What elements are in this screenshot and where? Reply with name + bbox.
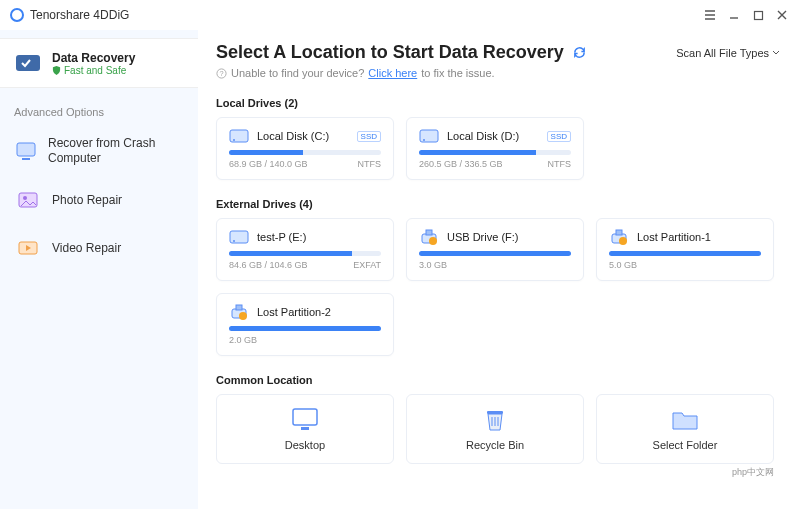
section-common-location: Common Location	[216, 374, 780, 386]
video-repair-icon	[14, 234, 42, 262]
title-bar: Tenorshare 4DDiG	[0, 0, 800, 30]
bin-icon	[479, 407, 511, 433]
sidebar: Data Recovery Fast and Safe Advanced Opt…	[0, 30, 198, 509]
photo-repair-icon	[14, 186, 42, 214]
drive-stats: 2.0 GB	[229, 335, 257, 345]
chevron-down-icon	[772, 49, 780, 57]
svg-text:?: ?	[219, 69, 223, 78]
usage-bar	[419, 150, 571, 155]
svg-point-12	[423, 139, 425, 141]
svg-rect-20	[236, 305, 242, 310]
drive-name: Lost Partition-2	[257, 306, 381, 318]
usage-bar	[229, 150, 381, 155]
app-title: Tenorshare 4DDiG	[30, 8, 129, 22]
sidebar-main-title: Data Recovery	[52, 51, 135, 65]
svg-rect-3	[22, 158, 30, 160]
sidebar-item-label: Photo Repair	[52, 193, 122, 207]
drive-filesystem: NTFS	[358, 159, 382, 169]
drive-name: test-P (E:)	[257, 231, 381, 243]
drive-stats: 3.0 GB	[419, 260, 447, 270]
sidebar-item-label: Recover from Crash Computer	[48, 136, 184, 166]
warning-icon	[239, 312, 247, 320]
svg-rect-2	[17, 143, 35, 156]
svg-rect-0	[754, 11, 762, 19]
footer-brand: php中文网	[216, 464, 780, 481]
drive-card-external-2[interactable]: Lost Partition-15.0 GB	[596, 218, 774, 281]
drive-filesystem: EXFAT	[353, 260, 381, 270]
drive-card-external-1[interactable]: USB Drive (F:)3.0 GB	[406, 218, 584, 281]
svg-rect-11	[420, 130, 438, 142]
sidebar-item-photo-repair[interactable]: Photo Repair	[0, 176, 198, 224]
svg-rect-22	[301, 427, 309, 430]
drive-stats: 5.0 GB	[609, 260, 637, 270]
sidebar-main-subtitle: Fast and Safe	[52, 65, 135, 76]
close-button[interactable]	[774, 7, 790, 23]
drive-name: Local Disk (C:)	[257, 130, 349, 142]
usage-bar	[609, 251, 761, 256]
page-title: Select A Location to Start Data Recovery	[216, 42, 564, 63]
app-logo-icon	[10, 8, 24, 22]
svg-rect-21	[293, 409, 317, 425]
svg-rect-13	[230, 231, 248, 243]
warning-icon	[429, 237, 437, 245]
hard-drive-icon	[419, 128, 439, 144]
hard-drive-icon	[229, 128, 249, 144]
drive-card-external-3[interactable]: Lost Partition-22.0 GB	[216, 293, 394, 356]
drive-stats: 84.6 GB / 104.6 GB	[229, 260, 308, 270]
location-card-desktop[interactable]: Desktop	[216, 394, 394, 464]
desktop-icon	[289, 407, 321, 433]
svg-point-10	[233, 139, 235, 141]
location-label: Recycle Bin	[466, 439, 524, 451]
location-card-folder[interactable]: Select Folder	[596, 394, 774, 464]
info-icon: ?	[216, 68, 227, 79]
drive-badge: SSD	[357, 131, 381, 142]
main-content: Select A Location to Start Data Recovery…	[198, 30, 800, 509]
advanced-options-label: Advanced Options	[0, 106, 198, 126]
window-controls	[702, 7, 790, 23]
sidebar-item-recover-crash[interactable]: Recover from Crash Computer	[0, 126, 198, 176]
drive-stats: 68.9 GB / 140.0 GB	[229, 159, 308, 169]
scan-all-file-types-link[interactable]: Scan All File Types	[676, 47, 780, 59]
maximize-button[interactable]	[750, 7, 766, 23]
recover-crash-icon	[14, 137, 38, 165]
menu-button[interactable]	[702, 7, 718, 23]
refresh-icon[interactable]	[572, 45, 587, 60]
folder-icon	[669, 407, 701, 433]
hint-link[interactable]: Click here	[368, 67, 417, 79]
shield-icon	[52, 66, 61, 75]
drive-card-local-1[interactable]: Local Disk (D:)SSD260.5 GB / 336.5 GBNTF…	[406, 117, 584, 180]
location-label: Desktop	[285, 439, 325, 451]
drive-name: Local Disk (D:)	[447, 130, 539, 142]
usage-bar	[229, 251, 381, 256]
drive-name: Lost Partition-1	[637, 231, 761, 243]
drive-badge: SSD	[547, 131, 571, 142]
data-recovery-icon	[14, 49, 42, 77]
device-hint: ? Unable to find your device? Click here…	[216, 67, 780, 79]
minimize-button[interactable]	[726, 7, 742, 23]
warning-icon	[619, 237, 627, 245]
sidebar-item-label: Video Repair	[52, 241, 121, 255]
location-label: Select Folder	[653, 439, 718, 451]
drive-name: USB Drive (F:)	[447, 231, 571, 243]
usage-bar	[419, 251, 571, 256]
svg-rect-23	[487, 411, 503, 414]
svg-point-5	[23, 196, 27, 200]
section-external-drives: External Drives (4)	[216, 198, 780, 210]
drive-filesystem: NTFS	[548, 159, 572, 169]
drive-stats: 260.5 GB / 336.5 GB	[419, 159, 503, 169]
svg-rect-18	[616, 230, 622, 235]
sidebar-main-data-recovery[interactable]: Data Recovery Fast and Safe	[0, 38, 198, 88]
usage-bar	[229, 326, 381, 331]
section-local-drives: Local Drives (2)	[216, 97, 780, 109]
location-card-bin[interactable]: Recycle Bin	[406, 394, 584, 464]
svg-point-14	[233, 240, 235, 242]
svg-rect-16	[426, 230, 432, 235]
drive-card-local-0[interactable]: Local Disk (C:)SSD68.9 GB / 140.0 GBNTFS	[216, 117, 394, 180]
drive-card-external-0[interactable]: test-P (E:)84.6 GB / 104.6 GBEXFAT	[216, 218, 394, 281]
hard-drive-icon	[229, 229, 249, 245]
sidebar-item-video-repair[interactable]: Video Repair	[0, 224, 198, 272]
svg-rect-9	[230, 130, 248, 142]
